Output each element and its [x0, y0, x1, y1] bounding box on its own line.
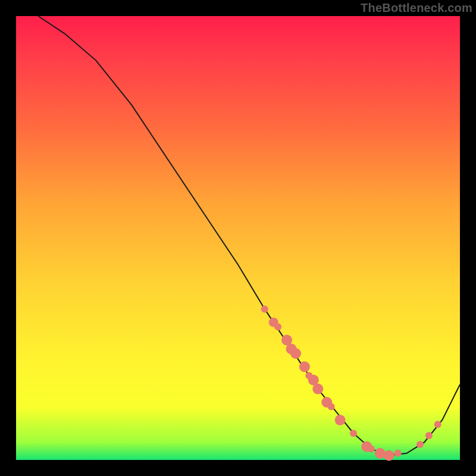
chart-frame: TheBottleneck.com	[0, 0, 476, 476]
data-marker	[434, 421, 441, 428]
data-marker	[274, 323, 281, 330]
data-marker	[299, 361, 310, 372]
data-marker	[328, 403, 335, 411]
data-marker	[290, 348, 301, 359]
data-marker	[394, 450, 402, 457]
data-marker	[416, 441, 424, 448]
data-marker	[368, 445, 375, 452]
data-marker	[261, 305, 268, 312]
chart-svg	[16, 16, 460, 460]
data-marker	[312, 384, 323, 394]
watermark-text: TheBottleneck.com	[361, 1, 472, 15]
data-marker	[384, 450, 394, 461]
plot-area	[16, 16, 460, 460]
data-marker	[335, 415, 346, 425]
data-marker	[350, 430, 357, 437]
data-marker	[425, 432, 433, 439]
main-curve	[38, 16, 460, 456]
data-markers	[261, 305, 441, 461]
